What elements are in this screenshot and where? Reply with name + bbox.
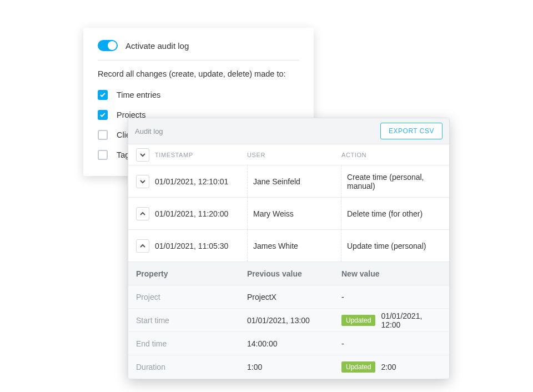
chevron-up-icon (140, 243, 145, 249)
detail-previous: 1:00 (247, 363, 341, 371)
detail-new-value: - (341, 293, 344, 301)
detail-property: End time (136, 339, 247, 348)
audit-header: Audit log EXPORT CSV (128, 118, 449, 144)
row-expand-toggle[interactable] (136, 239, 149, 253)
detail-property: Project (136, 293, 247, 301)
row-expand-toggle[interactable] (136, 207, 149, 220)
detail-property: Duration (136, 363, 247, 371)
detail-new-value: 01/01/2021, 12:00 (381, 311, 441, 329)
cell-action: Update time (personal) (341, 242, 441, 250)
detail-columns-header: Property Previous value New value (128, 262, 449, 285)
audit-row: 01/01/2021, 11:20:00 Mary Weiss Delete t… (128, 198, 449, 230)
audit-columns-header: TIMESTAMP USER ACTION (128, 144, 449, 165)
detail-previous: 01/01/2021, 13:00 (247, 316, 341, 325)
col-action: ACTION (341, 152, 441, 158)
audit-title: Audit log (135, 127, 163, 135)
cell-action: Delete time (for other) (341, 209, 441, 218)
checkbox-projects[interactable] (98, 110, 108, 120)
cell-user: Mary Weiss (247, 198, 341, 229)
settings-description: Record all changes (create, update, dele… (98, 69, 299, 78)
cell-user: Jane Seinfeld (247, 165, 341, 197)
option-label: Time entries (117, 91, 160, 99)
cell-timestamp: 01/01/2021, 11:05:30 (155, 242, 228, 250)
activate-audit-toggle[interactable] (98, 40, 118, 51)
cell-action: Create time (personal, manual) (341, 173, 441, 190)
checkbox-clients[interactable] (98, 130, 108, 140)
chevron-down-icon (140, 152, 145, 158)
option-time-entries[interactable]: Time entries (98, 85, 299, 105)
col-user: USER (247, 152, 341, 158)
audit-row: 01/01/2021, 11:05:30 James White Update … (128, 230, 449, 262)
audit-row: 01/01/2021, 12:10:01 Jane Seinfeld Creat… (128, 165, 449, 198)
detail-row: Duration 1:00 Updated 2:00 (128, 355, 449, 379)
detail-new-value: 2:00 (381, 363, 396, 371)
activate-audit-row: Activate audit log (98, 40, 299, 61)
cell-timestamp: 01/01/2021, 11:20:00 (155, 209, 228, 218)
detail-previous: 14:00:00 (247, 339, 341, 348)
activate-audit-label: Activate audit log (125, 41, 189, 51)
row-expand-toggle[interactable] (136, 175, 149, 188)
col-timestamp: TIMESTAMP (155, 152, 193, 158)
detail-row: End time 14:00:00 - (128, 332, 449, 355)
detail-row: Start time 01/01/2021, 13:00 Updated 01/… (128, 309, 449, 332)
detail-col-new: New value (341, 269, 441, 278)
cell-user: James White (247, 230, 341, 262)
detail-previous: ProjectX (247, 293, 341, 301)
detail-new-value: - (341, 339, 344, 348)
export-csv-button[interactable]: EXPORT CSV (380, 123, 443, 139)
detail-col-previous: Previous value (247, 269, 341, 278)
expand-all-toggle[interactable] (136, 148, 149, 162)
checkbox-time-entries[interactable] (98, 90, 108, 100)
detail-property: Start time (136, 316, 247, 325)
detail-row: Project ProjectX - (128, 285, 449, 309)
cell-timestamp: 01/01/2021, 12:10:01 (155, 177, 228, 186)
checkbox-tags[interactable] (98, 150, 108, 160)
chevron-up-icon (140, 211, 145, 217)
chevron-down-icon (140, 179, 145, 184)
detail-col-property: Property (136, 269, 247, 278)
updated-badge: Updated (341, 361, 375, 373)
updated-badge: Updated (341, 315, 375, 326)
audit-log-card: Audit log EXPORT CSV TIMESTAMP USER ACTI… (128, 118, 450, 379)
